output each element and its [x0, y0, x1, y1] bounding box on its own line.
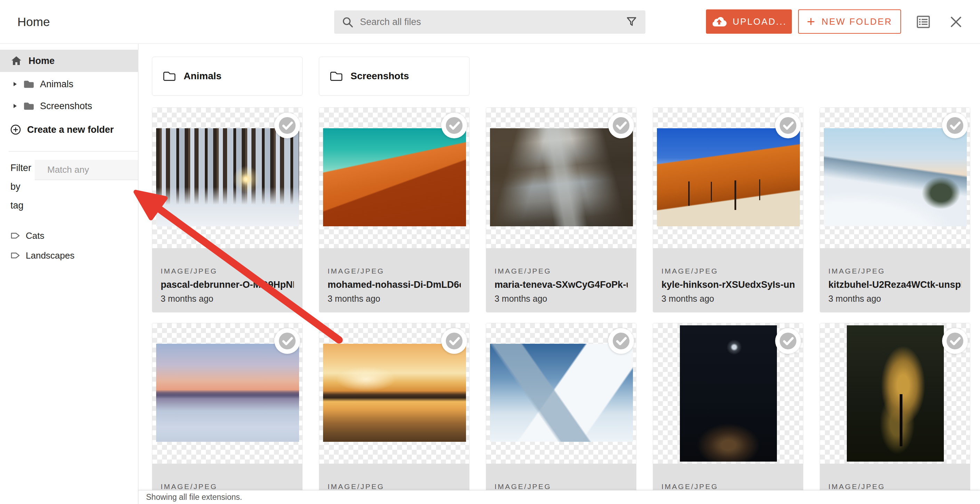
file-card[interactable]: IMAGE/JPEG — [820, 323, 970, 504]
thumbnail-golden-sunset — [323, 344, 466, 442]
caret-right-icon[interactable] — [13, 103, 17, 108]
file-card[interactable]: IMAGE/JPEG kitzbuhel-U2Reza4WCtk-unsplas… — [820, 107, 970, 313]
select-checkmark-badge[interactable] — [441, 113, 467, 138]
new-folder-button[interactable]: + NEW FOLDER — [798, 10, 901, 34]
select-checkmark-badge[interactable] — [775, 113, 801, 138]
thumbnail-golden-tree — [847, 325, 944, 462]
filter-funnel-icon[interactable] — [626, 16, 637, 27]
search-input[interactable]: Search all files — [334, 10, 646, 34]
folder-icon — [22, 101, 35, 111]
search-placeholder: Search all files — [360, 17, 421, 27]
file-type: IMAGE/JPEG — [495, 482, 628, 491]
file-meta: IMAGE/JPEG kitzbuhel-U2Reza4WCtk-unsplas… — [820, 248, 970, 312]
select-checkmark-badge[interactable] — [775, 328, 801, 354]
file-card[interactable]: IMAGE/JPEG — [319, 323, 469, 504]
sidebar-item-home[interactable]: Home — [0, 50, 138, 72]
select-checkmark-badge[interactable] — [608, 113, 634, 138]
tag-item-landscapes[interactable]: Landscapes — [10, 246, 75, 265]
top-bar: Home Search all files UPLOAD... + NEW FO… — [0, 0, 980, 44]
file-type: IMAGE/JPEG — [161, 482, 294, 491]
thumbnail-transparency-area — [152, 323, 302, 464]
sidebar-folder-label: Animals — [40, 79, 73, 90]
tag-icon — [10, 231, 21, 241]
checkmark-icon — [775, 113, 801, 138]
sidebar-home-label: Home — [29, 56, 55, 67]
file-card[interactable]: IMAGE/JPEG maria-teneva-SXwCyG4FoPk-uns.… — [486, 107, 636, 313]
file-card[interactable]: IMAGE/JPEG — [653, 323, 803, 504]
thumbnail-transparency-area — [319, 323, 469, 464]
file-card[interactable]: IMAGE/JPEG kyle-hinkson-rXSUedxSyIs-unsp… — [653, 107, 803, 313]
thumbnail-transparency-area — [820, 323, 970, 464]
kebab-menu-icon[interactable] — [457, 70, 464, 83]
checkmark-icon — [441, 113, 467, 138]
thumbnail-transparency-area — [486, 323, 636, 464]
search-icon — [342, 16, 354, 28]
select-checkmark-badge[interactable] — [608, 328, 634, 354]
folder-icon — [22, 79, 35, 89]
file-type: IMAGE/JPEG — [495, 267, 628, 275]
thumbnail-transparency-area — [820, 108, 970, 248]
file-type: IMAGE/JPEG — [161, 267, 294, 275]
tag-match-select[interactable]: Match any — [35, 160, 138, 180]
status-bar: Showing all file extensions. — [138, 490, 980, 504]
file-time: 3 months ago — [495, 294, 628, 304]
file-name: mohamed-nohassi-Di-DmLD6cW8... — [328, 280, 461, 290]
file-type: IMAGE/JPEG — [328, 482, 461, 491]
thumbnail-transparency-area — [653, 108, 803, 248]
file-name: pascal-debrunner-O-MG9HpNKgI... — [161, 280, 294, 290]
select-checkmark-badge[interactable] — [274, 328, 300, 354]
file-card[interactable]: IMAGE/JPEG — [152, 323, 302, 504]
checkmark-icon — [274, 113, 300, 138]
cloud-upload-icon — [711, 16, 727, 27]
file-card[interactable]: IMAGE/JPEG mohamed-nohassi-Di-DmLD6cW8..… — [319, 107, 469, 313]
file-card[interactable]: IMAGE/JPEG pascal-debrunner-O-MG9HpNKgI.… — [152, 107, 302, 313]
file-time: 3 months ago — [161, 294, 294, 304]
page-title: Home — [18, 0, 50, 44]
create-folder-button[interactable]: Create a new folder — [0, 120, 138, 139]
thumbnail-deadvlei-trees — [657, 128, 800, 226]
home-icon — [10, 55, 22, 67]
thumbnail-moonlit-night — [680, 325, 777, 462]
select-checkmark-badge[interactable] — [942, 328, 968, 354]
list-view-icon[interactable] — [917, 16, 930, 28]
folder-card-animals[interactable]: Animals — [152, 57, 302, 95]
file-name: kitzbuhel-U2Reza4WCtk-unsplas... — [828, 280, 962, 290]
checkmark-icon — [608, 328, 634, 354]
sidebar-folder-label: Screenshots — [40, 101, 92, 111]
folder-outline-icon — [329, 70, 344, 82]
checkmark-icon — [942, 328, 968, 354]
file-type: IMAGE/JPEG — [328, 267, 461, 275]
select-checkmark-badge[interactable] — [942, 113, 968, 138]
thumbnail-snowy-forest — [156, 128, 299, 226]
checkmark-icon — [274, 328, 300, 354]
folder-outline-icon — [162, 70, 177, 82]
file-time: 3 months ago — [328, 294, 461, 304]
tag-icon — [10, 250, 21, 261]
upload-button[interactable]: UPLOAD... — [706, 10, 792, 34]
thumbnail-dusk-mountains — [156, 344, 299, 442]
filter-by-tag-label: Filter by tag — [10, 159, 35, 215]
sidebar: Home Animals Screenshots — [0, 44, 138, 504]
caret-right-icon[interactable] — [13, 82, 17, 87]
tag-match-value: Match any — [47, 164, 89, 175]
thumbnail-misty-fjord — [490, 128, 633, 226]
thumbnail-transparency-area — [486, 108, 636, 248]
file-name: maria-teneva-SXwCyG4FoPk-uns... — [495, 280, 628, 290]
sidebar-item-screenshots[interactable]: Screenshots — [0, 96, 138, 116]
folder-card-name: Animals — [184, 71, 221, 82]
checkmark-icon — [775, 328, 801, 354]
media-library-window: Home Search all files UPLOAD... + NEW FO… — [0, 0, 980, 504]
close-icon[interactable] — [950, 16, 962, 28]
file-card[interactable]: IMAGE/JPEG — [486, 323, 636, 504]
status-text: Showing all file extensions. — [146, 493, 242, 502]
kebab-menu-icon[interactable] — [290, 70, 298, 83]
sidebar-item-animals[interactable]: Animals — [0, 75, 138, 94]
thumbnail-transparency-area — [152, 108, 302, 248]
tag-item-cats[interactable]: Cats — [10, 226, 44, 245]
select-checkmark-badge[interactable] — [274, 113, 300, 138]
folder-card-screenshots[interactable]: Screenshots — [319, 57, 469, 95]
select-checkmark-badge[interactable] — [441, 328, 467, 354]
checkmark-icon — [441, 328, 467, 354]
thumbnail-orange-dunes — [323, 128, 466, 226]
plus-icon: + — [807, 14, 816, 29]
